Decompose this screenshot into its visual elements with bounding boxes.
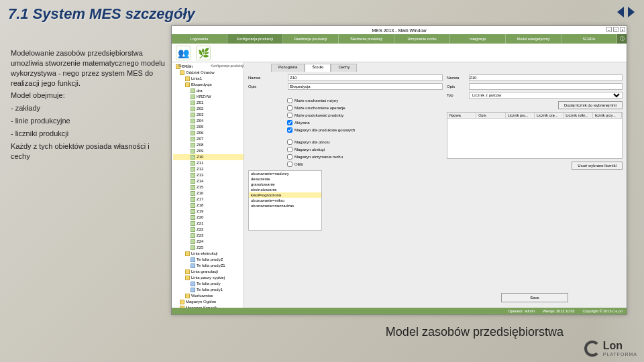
- save-button[interactable]: Save: [501, 293, 568, 302]
- menu-item-1[interactable]: Konfiguracja produkcji: [227, 34, 283, 44]
- gh-4: Licznik rolkr...: [564, 113, 592, 118]
- logo-subtext: PLATFORMA: [603, 352, 637, 357]
- r-nazwa-label: Nazwa: [447, 76, 467, 80]
- r-typ-select[interactable]: Licznik z pulców: [469, 92, 623, 99]
- menu-item-5[interactable]: Integracja: [450, 34, 506, 44]
- next-slide-icon[interactable]: [628, 7, 635, 17]
- tree-z22: Z22: [173, 227, 244, 233]
- gh-0: Nazwa: [447, 113, 476, 118]
- close-button[interactable]: ×: [620, 27, 625, 32]
- info-icon[interactable]: ⓘ: [617, 34, 627, 44]
- ops-2[interactable]: granulowanie: [249, 182, 321, 187]
- maximize-button[interactable]: □: [613, 27, 619, 32]
- menu-item-2[interactable]: Realizacja produkcji: [283, 34, 339, 44]
- slide-caption: Model zasobów przedsiębiorstwa: [386, 325, 564, 339]
- tree-z20: Z20: [173, 215, 244, 221]
- tree-plant: Oddział Ożarów: [173, 70, 244, 76]
- tab-1[interactable]: Środki: [305, 64, 331, 72]
- ops-4[interactable]: kwoil=ogrodzona: [249, 192, 321, 198]
- tree-mag1: Magazyn Ogólne: [173, 299, 244, 305]
- r-nazwa-input[interactable]: [469, 74, 623, 81]
- tree-krz: KRZYW: [173, 94, 244, 100]
- chk9[interactable]: [287, 162, 292, 167]
- opis-label: Opis: [248, 84, 285, 88]
- chk3[interactable]: [287, 113, 292, 118]
- tree-gline: Linia granulacji: [173, 269, 244, 275]
- tree-ex2: Te folia prudyZ1: [173, 263, 244, 269]
- counter-grid[interactable]: Nazwa Opis Licznik pro... Licznik czę...…: [447, 112, 623, 159]
- slide-nav: [617, 7, 635, 17]
- opis-input[interactable]: [288, 83, 443, 90]
- chk8[interactable]: [287, 154, 292, 160]
- desc-p0: Modelowanie zasobów przedsiębiorstwa umo…: [11, 48, 165, 88]
- status-copyright: Copyright © 2013 C-Lon: [583, 309, 623, 313]
- tree-panel[interactable]: C-Lon Oddział Ożarów Linia1 Ekspedycja d…: [172, 62, 244, 308]
- chk1[interactable]: [287, 98, 292, 103]
- desc-p1: Model obejmuje:: [11, 90, 165, 101]
- tree-z09: Z09: [173, 148, 244, 154]
- chk6[interactable]: [287, 139, 292, 145]
- ops-5[interactable]: obozowanie=mikro: [249, 198, 321, 203]
- menubar: Logowanie Konfiguracja produkcji Realiza…: [172, 34, 627, 44]
- tab-2[interactable]: Cechy: [331, 64, 357, 72]
- tree-z25: Z25: [173, 245, 244, 251]
- desc-p2: - zakłady: [11, 103, 165, 113]
- tree-z07: Z07: [173, 136, 244, 142]
- tree-s2: Te folia prudy1: [173, 287, 244, 293]
- tree-z08: Z08: [173, 142, 244, 148]
- menu-item-6[interactable]: Moduł energetyczny: [506, 34, 561, 44]
- prev-slide-icon[interactable]: [617, 7, 624, 17]
- menu-item-7[interactable]: SCADA: [561, 34, 617, 44]
- tree-exp: Ekspedycja: [173, 82, 244, 88]
- toolbar: 👥 🌿: [172, 44, 627, 62]
- main-panel: Pozoglana Środki Cechy Nazwa Opis Może u…: [244, 62, 627, 308]
- nazwa-label: Nazwa: [248, 76, 285, 80]
- tree-z16: Z16: [173, 190, 244, 196]
- tree-z15: Z15: [173, 184, 244, 190]
- tree-z12: Z12: [173, 166, 244, 172]
- r-typ-label: Typ: [447, 93, 467, 97]
- toolbar-icon-users[interactable]: 👥: [176, 46, 191, 60]
- menu-item-3[interactable]: Śledzenie produkcji: [339, 34, 394, 44]
- desc-p3: - linie produkcyjne: [11, 116, 165, 126]
- menu-item-4[interactable]: Utrzymanie ruchu: [394, 34, 450, 44]
- gh-2: Licznik pro...: [506, 113, 535, 118]
- tree-z13: Z13: [173, 172, 244, 178]
- r-opis-label: Opis: [447, 84, 467, 88]
- tree-sline: Linia paczy sypkiej: [173, 275, 244, 281]
- slide-description: Modelowanie zasobów przedsiębiorstwa umo…: [11, 48, 165, 164]
- tab-0[interactable]: Pozoglana: [271, 64, 305, 72]
- ops-6[interactable]: obozowanie=naczadzas: [249, 203, 321, 208]
- minimize-button[interactable]: –: [606, 27, 612, 32]
- tree-work: Workownice: [173, 293, 244, 299]
- tree-exline: Linia ekstrukcji: [173, 251, 244, 257]
- tree-z24: Z24: [173, 239, 244, 245]
- chk4[interactable]: [287, 120, 292, 125]
- toolbar-label-1: Konfiguracja produkcji: [211, 64, 244, 68]
- tree-z17: Z17: [173, 196, 244, 202]
- desc-p4: - liczniki produkcji: [11, 129, 165, 139]
- ops-0[interactable]: obozowanie=nadorzy: [249, 171, 321, 176]
- gh-1: Opis: [476, 113, 505, 118]
- chk5[interactable]: [287, 127, 292, 133]
- status-version: Wersja: 2013.10.02: [543, 309, 575, 313]
- desc-p5: Każdy z tych obiektów posiada własności …: [11, 141, 165, 162]
- ops-list[interactable]: obozowanie=nadorzy dewozenie granulowani…: [248, 170, 322, 231]
- app-titlebar: MES 2013 - Main Window – □ ×: [172, 26, 627, 34]
- chk7[interactable]: [287, 147, 292, 152]
- delete-counter-button[interactable]: Usuń wybrane liczniki: [572, 162, 623, 170]
- ops-3[interactable]: ekstrudowanie: [249, 187, 321, 192]
- tree-z14: Z14: [173, 178, 244, 184]
- tree-z06: Z06: [173, 130, 244, 136]
- toolbar-label-0: Słowniki: [178, 64, 191, 68]
- ops-1[interactable]: dewozenie: [249, 176, 321, 182]
- tree-z03: Z03: [173, 112, 244, 118]
- chk2[interactable]: [287, 105, 292, 111]
- toolbar-icon-config[interactable]: 🌿: [196, 46, 211, 60]
- add-counter-button[interactable]: Dodaj licznik do wybranej linii: [558, 101, 623, 109]
- r-opis-input[interactable]: [469, 83, 623, 90]
- tree-dra: dra: [173, 88, 244, 94]
- menu-item-0[interactable]: Logowanie: [172, 34, 227, 44]
- tree-s1: Te folia prudy: [173, 281, 244, 287]
- nazwa-input[interactable]: [288, 74, 443, 81]
